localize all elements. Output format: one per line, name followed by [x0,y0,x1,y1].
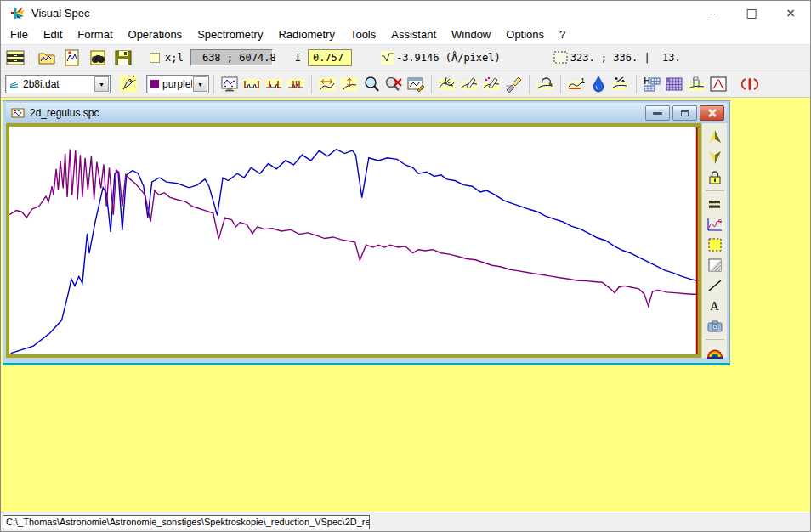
paint-brush-icon[interactable] [502,73,525,95]
periodic-table-icon[interactable] [663,73,685,95]
color-combo[interactable]: purpleF ▼ [146,75,209,93]
child-restore-button[interactable] [672,105,697,121]
menu-bar: File Edit Format Operations Spectrometry… [1,25,810,45]
menu-window[interactable]: Window [444,25,498,43]
undo-curve-icon[interactable] [534,73,556,95]
zoom-reset-icon[interactable] [383,73,405,95]
rainbow-colors-icon[interactable] [705,343,725,362]
app-logo-icon [9,6,25,20]
select-region-icon[interactable] [705,235,725,254]
close-button[interactable]: × [771,1,810,25]
separator [431,75,432,93]
arrow-up-icon[interactable] [705,127,725,146]
water-drop-icon[interactable] [587,73,610,95]
separator [311,75,312,93]
child-window-body: c A [6,123,727,358]
blue-spectrum-curve [11,150,698,354]
profile-combo-icon [9,79,20,89]
drawer-icon[interactable] [4,47,26,69]
child-title-bar[interactable]: 2d_regulus.spc [6,103,727,123]
visual-spec-window: { "window": { "title": "Visual Spec" }, … [0,0,811,532]
plot-side-toolbar: c A [701,123,727,358]
menu-help[interactable]: ? [552,25,573,43]
shift-horizontal-icon[interactable] [316,73,338,95]
profile-combo-arrow[interactable]: ▼ [94,76,109,92]
spectrum-chart [9,127,698,354]
open-profile-icon[interactable] [36,47,58,69]
purple-spectrum-curve [9,150,697,307]
menu-spectrometry[interactable]: Spectrometry [190,25,270,43]
window-controls: – □ × [693,1,810,25]
child-window-title: 2d_regulus.spc [30,107,99,119]
svg-text:c: c [718,217,722,224]
menu-assistant[interactable]: Assistant [383,25,444,43]
main-toolbar: x;l 638 ; 6074.8 I 0.757 -3.9146 (Å/pixe… [1,45,810,71]
separator [706,190,724,191]
profile-combo-value: 2b8i.dat [20,78,94,90]
normalize-icon[interactable]: 1 [565,73,587,95]
menu-edit[interactable]: Edit [36,25,70,43]
new-profile-window-icon[interactable] [61,47,83,69]
remove-points-icon[interactable] [436,73,458,95]
child-minimize-button[interactable] [645,105,670,121]
color-pick-pen-icon[interactable] [117,73,139,95]
label-lines-icon[interactable] [685,73,707,95]
line-ident-wide-icon[interactable] [241,73,263,95]
menu-file[interactable]: File [3,25,36,43]
separator [213,75,214,93]
profile-combo[interactable]: 2b8i.dat ▼ [5,75,111,93]
menu-operations[interactable]: Operations [121,25,190,43]
separator [529,75,530,93]
draw-pen-icon[interactable] [458,73,480,95]
coord-value-field[interactable]: 638 ; 6074.8 [190,49,273,66]
child-close-button[interactable] [700,105,724,121]
shift-vertical-icon[interactable] [338,73,360,95]
element-lines-icon[interactable]: H [641,73,663,95]
minimize-button[interactable]: – [693,1,732,25]
color-combo-arrow[interactable]: ▼ [193,76,207,92]
plot-frame [6,123,701,358]
edit-window-icon[interactable] [405,73,427,95]
restore-glyph [681,110,689,116]
line-ident-narrow-icon[interactable] [285,73,307,95]
coord-checkbox[interactable] [150,53,160,63]
minimize-glyph [653,112,662,115]
coord-value: 638 ; 6074.8 [196,52,276,64]
selection-text: 323. ; 336. | 13. [570,52,681,64]
arrow-down-icon[interactable] [705,148,725,167]
status-file-path: C:\_Thomas\Astronomie\Astronomie_sonstig… [3,515,370,529]
lock-icon[interactable] [705,168,725,187]
spectrum-plot-area[interactable] [9,127,698,354]
gaussian-fit-icon[interactable] [707,73,729,95]
mdi-workspace[interactable]: 2d_regulus.spc [1,98,810,512]
color-swatch [150,80,159,88]
zoom-in-icon[interactable] [360,73,383,95]
menu-radiometry[interactable]: Radiometry [270,25,342,43]
fill-hatch-icon[interactable] [705,256,725,274]
save-icon[interactable] [112,47,134,69]
camera-icon[interactable] [705,317,725,336]
draw-pen-plus-icon[interactable] [480,73,502,95]
text-tool-icon[interactable]: A [705,297,725,315]
svg-text:H: H [644,76,650,86]
menu-format[interactable]: Format [70,25,120,43]
menu-options[interactable]: Options [498,25,552,43]
copy-curve-icon[interactable]: c [705,215,725,234]
display-profile-icon[interactable] [218,73,241,95]
intensity-value: 0.757 [313,52,343,64]
browse-binoculars-icon[interactable] [87,47,109,69]
status-bar: C:\_Thomas\Astronomie\Astronomie_sonstig… [1,512,810,531]
sound-icon[interactable] [739,73,761,95]
intensity-value-field[interactable]: 0.757 [308,49,352,66]
equals-icon[interactable] [705,195,725,213]
selection-rect-icon[interactable] [553,51,569,65]
spectrum-child-window: 2d_regulus.spc [3,100,730,365]
maximize-button[interactable]: □ [732,1,771,25]
menu-tools[interactable]: Tools [343,25,383,43]
close-glyph [707,109,717,117]
crop-percent-icon[interactable] [610,73,632,95]
line-ident-mid-icon[interactable] [263,73,285,95]
spectrum-doc-icon [11,107,25,119]
svg-text:A: A [710,299,719,313]
draw-line-icon[interactable] [705,276,725,295]
